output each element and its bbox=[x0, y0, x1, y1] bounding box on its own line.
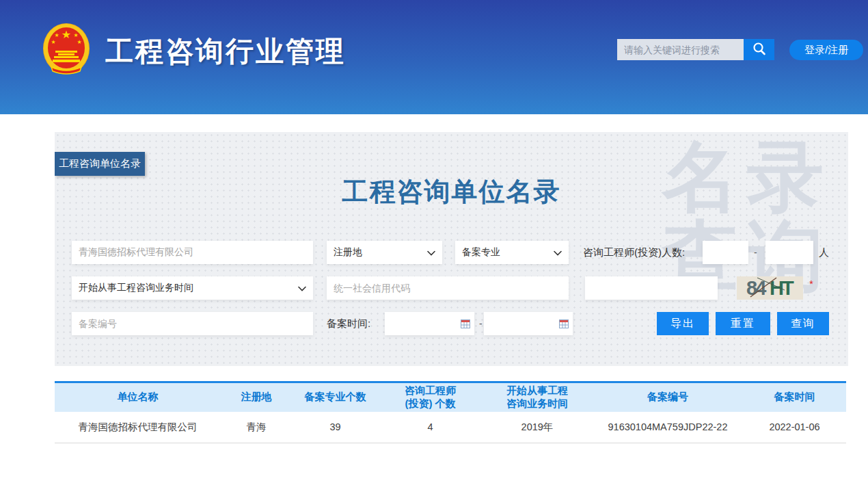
site-title: 工程咨询行业管理 bbox=[105, 33, 346, 70]
record-specialty-selected: 备案专业 bbox=[462, 246, 500, 259]
col-header-engineer-count: 咨询工程师 (投资) 个数 bbox=[379, 382, 482, 412]
header-search-box bbox=[617, 39, 774, 60]
col-header-record-time: 备案时间 bbox=[743, 382, 846, 412]
chevron-down-icon bbox=[298, 283, 306, 293]
col-header-specialty-count: 备案专业个数 bbox=[292, 382, 379, 412]
cell-record-number: 91630104MA759JDP22-22 bbox=[593, 412, 743, 443]
chevron-down-icon bbox=[554, 247, 562, 258]
col-header-record-number: 备案编号 bbox=[593, 382, 743, 412]
svg-text:★: ★ bbox=[54, 32, 59, 38]
captcha-input[interactable] bbox=[585, 276, 718, 300]
svg-text:★: ★ bbox=[62, 29, 71, 40]
record-time-label: 备案时间: bbox=[327, 312, 370, 335]
record-specialty-select[interactable]: 备案专业 bbox=[455, 241, 569, 264]
col-header-unit-name: 单位名称 bbox=[55, 382, 221, 412]
registration-place-selected: 注册地 bbox=[334, 246, 362, 259]
tab-consulting-unit-directory[interactable]: 工程咨询单位名录 bbox=[55, 152, 145, 176]
credit-code-input[interactable] bbox=[327, 276, 569, 300]
registration-place-select[interactable]: 注册地 bbox=[327, 241, 442, 264]
cell-registration-place: 青海 bbox=[221, 412, 292, 443]
svg-text:★: ★ bbox=[73, 32, 78, 38]
captcha-image[interactable]: 84 HT bbox=[737, 276, 803, 300]
query-button[interactable]: 查询 bbox=[777, 312, 829, 335]
page-title: 工程咨询单位名录 bbox=[55, 174, 848, 209]
engineer-count-max-input[interactable] bbox=[765, 241, 813, 264]
cell-specialty-count: 39 bbox=[292, 412, 379, 443]
record-time-start-input[interactable] bbox=[385, 312, 474, 335]
form-row-3: 备案时间: - 导出 重置 查询 bbox=[55, 312, 848, 335]
table-row[interactable]: 青海国德招标代理有限公司 青海 39 4 2019年 91630104MA759… bbox=[55, 412, 846, 443]
login-register-button[interactable]: 登录/注册 bbox=[789, 40, 863, 60]
cell-start-time: 2019年 bbox=[482, 412, 593, 443]
form-row-2: 开始从事工程咨询业务时间 84 HT * bbox=[55, 276, 848, 300]
search-button[interactable] bbox=[744, 39, 774, 60]
watermark-text: 名录 查询 bbox=[662, 138, 832, 297]
cell-engineer-count: 4 bbox=[379, 412, 482, 443]
directory-panel: 名录 查询 工程咨询单位名录 工程咨询单位名录 注册地 备案专业 咨询工程师(投… bbox=[55, 132, 848, 366]
col-header-start-time: 开始从事工程 咨询业务时间 bbox=[482, 382, 593, 412]
record-time-end-input[interactable] bbox=[484, 312, 573, 335]
required-mark: * bbox=[809, 278, 813, 289]
national-emblem-logo: ★ ★ ★ ★ ★ bbox=[42, 22, 91, 77]
company-name-input[interactable] bbox=[72, 241, 313, 264]
search-icon bbox=[752, 41, 767, 58]
range-separator: - bbox=[754, 241, 757, 264]
header-search-input[interactable] bbox=[617, 39, 744, 60]
record-number-input[interactable] bbox=[72, 312, 313, 335]
cell-record-time: 2022-01-06 bbox=[743, 412, 846, 443]
svg-text:★: ★ bbox=[77, 39, 81, 45]
start-business-time-select[interactable]: 开始从事工程咨询业务时间 bbox=[72, 276, 313, 300]
date-range-separator: - bbox=[479, 312, 483, 335]
person-unit-label: 人 bbox=[819, 241, 829, 264]
export-button[interactable]: 导出 bbox=[657, 312, 709, 335]
svg-text:★: ★ bbox=[51, 39, 55, 45]
header-banner: ★ ★ ★ ★ ★ 工程咨询行业管理 登录/注册 bbox=[0, 0, 868, 114]
start-business-time-selected: 开始从事工程咨询业务时间 bbox=[79, 282, 193, 294]
reset-button[interactable]: 重置 bbox=[716, 312, 770, 335]
engineer-count-min-input[interactable] bbox=[703, 241, 748, 264]
cell-unit-name: 青海国德招标代理有限公司 bbox=[55, 412, 221, 443]
engineer-count-label: 咨询工程师(投资)人数: bbox=[583, 241, 685, 264]
col-header-registration-place: 注册地 bbox=[221, 382, 292, 412]
chevron-down-icon bbox=[427, 247, 435, 258]
results-table: 单位名称 注册地 备案专业个数 咨询工程师 (投资) 个数 开始从事工程 咨询业… bbox=[55, 381, 846, 443]
table-header-row: 单位名称 注册地 备案专业个数 咨询工程师 (投资) 个数 开始从事工程 咨询业… bbox=[55, 382, 846, 412]
form-row-1: 注册地 备案专业 咨询工程师(投资)人数: - 人 bbox=[55, 241, 848, 264]
